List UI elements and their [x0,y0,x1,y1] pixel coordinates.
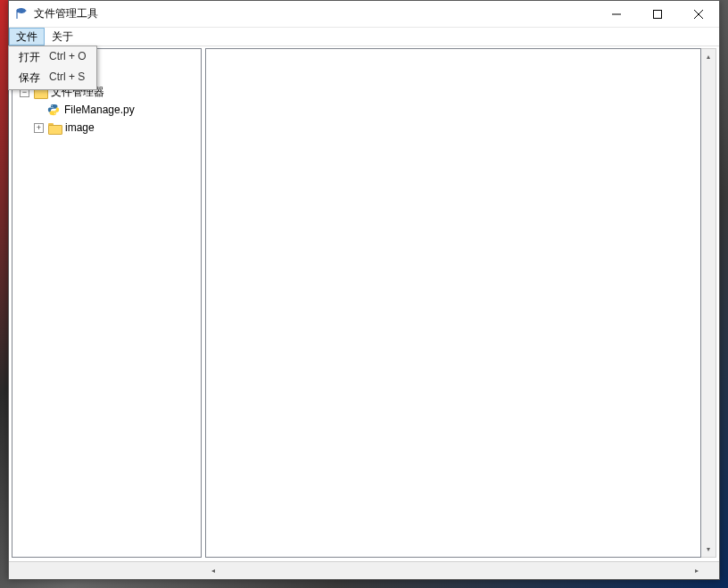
content-area: − 文件管理器 FileManage.py + image [9,46,719,561]
menu-about-label: 关于 [52,29,73,45]
maximize-button[interactable] [637,1,678,28]
menu-item-label: 保存 [19,70,49,86]
window-title: 文件管理工具 [34,6,596,21]
scroll-up-icon[interactable]: ▴ [701,49,716,64]
horizontal-scrollbar[interactable]: ◂ ▸ [205,563,704,578]
menubar: 文件 关于 [9,28,719,46]
vertical-scrollbar[interactable]: ▴ ▾ [701,48,716,558]
scroll-left-icon[interactable]: ◂ [205,563,220,578]
tree-item-label: image [65,121,95,134]
minimize-button[interactable] [596,1,637,28]
expand-icon[interactable]: + [34,123,44,133]
menu-file-label: 文件 [16,29,37,45]
window-controls [596,1,719,27]
menu-item-accelerator: Ctrl + O [49,50,87,65]
app-icon [14,7,29,21]
menu-item-save[interactable]: 保存 Ctrl + S [10,68,95,88]
app-window: 文件管理工具 文件 关于 − 文件管理器 [8,0,720,580]
statusbar: ◂ ▸ [9,561,719,579]
close-button[interactable] [678,1,719,28]
folder-icon [47,121,62,134]
resize-grip[interactable] [704,563,719,578]
text-editor[interactable] [205,48,701,558]
menu-file[interactable]: 文件 [9,28,45,46]
tree-item-folder[interactable]: + image [12,119,201,137]
scroll-right-icon[interactable]: ▸ [689,563,704,578]
menu-about[interactable]: 关于 [45,28,80,46]
titlebar: 文件管理工具 [9,1,719,28]
menu-item-open[interactable]: 打开 Ctrl + O [10,47,95,68]
tree-item-file[interactable]: FileManage.py [12,101,201,119]
editor-pane: ▴ ▾ [205,48,716,558]
tree-item-label: FileManage.py [64,104,135,116]
scroll-down-icon[interactable]: ▾ [701,542,716,557]
file-tree-pane[interactable]: − 文件管理器 FileManage.py + image [12,48,202,558]
python-file-icon [46,104,61,116]
menu-item-label: 打开 [19,50,49,65]
svg-rect-1 [654,11,662,19]
menu-item-accelerator: Ctrl + S [49,70,85,86]
file-menu-dropdown: 打开 Ctrl + O 保存 Ctrl + S [8,46,97,90]
